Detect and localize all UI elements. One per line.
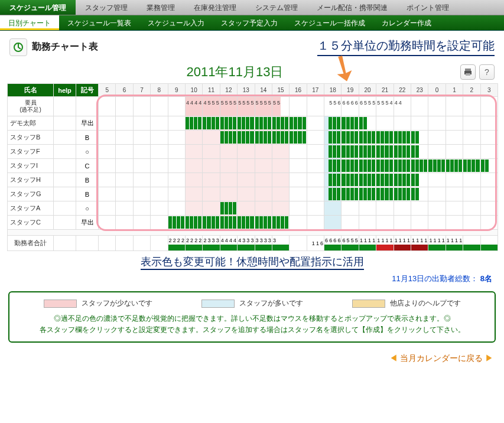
slot-cell[interactable]: [480, 145, 498, 159]
slot-cell[interactable]: [359, 116, 376, 131]
slot-cell[interactable]: [428, 173, 446, 187]
slot-cell[interactable]: [272, 187, 289, 201]
slot-cell[interactable]: [411, 116, 428, 131]
slot-cell[interactable]: [411, 187, 428, 201]
slot-cell[interactable]: [272, 116, 289, 131]
slot-cell[interactable]: [272, 159, 289, 173]
slot-cell[interactable]: [272, 145, 289, 159]
slot-cell[interactable]: [99, 216, 116, 230]
slot-cell[interactable]: [220, 131, 237, 145]
slot-cell[interactable]: [99, 187, 116, 201]
slot-cell[interactable]: [168, 131, 185, 145]
staff-row[interactable]: デモ太郎早出: [8, 116, 498, 131]
slot-cell[interactable]: [168, 145, 185, 159]
slot-cell[interactable]: [99, 159, 116, 173]
slot-cell[interactable]: [428, 145, 446, 159]
slot-cell[interactable]: [151, 201, 168, 216]
slot-cell[interactable]: [411, 159, 428, 173]
slot-cell[interactable]: [359, 187, 376, 201]
slot-cell[interactable]: [255, 216, 272, 230]
slot-cell[interactable]: [99, 173, 116, 187]
slot-cell[interactable]: [359, 159, 376, 173]
slot-cell[interactable]: [290, 187, 307, 201]
staff-row[interactable]: スタッフHB: [8, 173, 498, 187]
slot-cell[interactable]: [185, 173, 202, 187]
slot-cell[interactable]: [480, 159, 498, 173]
slot-cell[interactable]: [168, 116, 185, 131]
topnav-item[interactable]: スケジュール管理: [0, 0, 76, 15]
slot-cell[interactable]: [307, 187, 324, 201]
slot-cell[interactable]: [324, 145, 342, 159]
slot-cell[interactable]: [238, 187, 255, 201]
slot-cell[interactable]: [238, 159, 255, 173]
slot-cell[interactable]: [342, 145, 359, 159]
slot-cell[interactable]: [255, 187, 272, 201]
slot-cell[interactable]: [185, 116, 202, 131]
staff-row[interactable]: スタッフF○: [8, 145, 498, 159]
slot-cell[interactable]: [446, 173, 463, 187]
slot-cell[interactable]: [151, 116, 168, 131]
slot-cell[interactable]: [480, 131, 498, 145]
slot-cell[interactable]: [255, 173, 272, 187]
slot-cell[interactable]: [342, 159, 359, 173]
slot-cell[interactable]: [203, 173, 220, 187]
slot-cell[interactable]: [99, 116, 116, 131]
slot-cell[interactable]: [376, 159, 394, 173]
slot-cell[interactable]: [185, 201, 202, 216]
slot-cell[interactable]: [116, 116, 133, 131]
slot-cell[interactable]: [168, 216, 185, 230]
slot-cell[interactable]: [446, 187, 463, 201]
slot-cell[interactable]: [359, 131, 376, 145]
staff-row[interactable]: スタッフIC: [8, 159, 498, 173]
slot-cell[interactable]: [255, 116, 272, 131]
topnav-item[interactable]: スタッフ管理: [76, 0, 137, 15]
slot-cell[interactable]: [116, 216, 133, 230]
slot-cell[interactable]: [376, 131, 394, 145]
slot-cell[interactable]: [376, 201, 394, 216]
slot-cell[interactable]: [116, 131, 133, 145]
slot-cell[interactable]: [428, 201, 446, 216]
slot-cell[interactable]: [185, 131, 202, 145]
slot-cell[interactable]: [324, 216, 342, 230]
slot-cell[interactable]: [394, 216, 411, 230]
slot-cell[interactable]: [290, 201, 307, 216]
slot-cell[interactable]: [324, 201, 342, 216]
slot-cell[interactable]: [116, 173, 133, 187]
slot-cell[interactable]: [307, 201, 324, 216]
slot-cell[interactable]: [133, 173, 150, 187]
slot-cell[interactable]: [238, 145, 255, 159]
subnav-item[interactable]: スケジュール一括作成: [286, 15, 373, 30]
slot-cell[interactable]: [133, 116, 150, 131]
slot-cell[interactable]: [463, 173, 480, 187]
slot-cell[interactable]: [324, 116, 342, 131]
slot-cell[interactable]: [480, 187, 498, 201]
slot-cell[interactable]: [220, 145, 237, 159]
slot-cell[interactable]: [428, 216, 446, 230]
slot-cell[interactable]: [185, 216, 202, 230]
slot-cell[interactable]: [133, 159, 150, 173]
slot-cell[interactable]: [116, 159, 133, 173]
slot-cell[interactable]: [133, 201, 150, 216]
slot-cell[interactable]: [220, 116, 237, 131]
slot-cell[interactable]: [290, 131, 307, 145]
slot-cell[interactable]: [446, 116, 463, 131]
slot-cell[interactable]: [272, 173, 289, 187]
slot-cell[interactable]: [185, 187, 202, 201]
staff-row[interactable]: スタッフC早出: [8, 216, 498, 230]
slot-cell[interactable]: [307, 216, 324, 230]
topnav-item[interactable]: ポイント管理: [397, 0, 459, 15]
slot-cell[interactable]: [272, 131, 289, 145]
slot-cell[interactable]: [307, 159, 324, 173]
slot-cell[interactable]: [203, 201, 220, 216]
slot-cell[interactable]: [463, 131, 480, 145]
topnav-item[interactable]: 在庫発注管理: [184, 0, 246, 15]
slot-cell[interactable]: [307, 116, 324, 131]
slot-cell[interactable]: [99, 201, 116, 216]
slot-cell[interactable]: [324, 159, 342, 173]
slot-cell[interactable]: [133, 187, 150, 201]
staff-row[interactable]: スタッフBB: [8, 131, 498, 145]
slot-cell[interactable]: [342, 131, 359, 145]
slot-cell[interactable]: [480, 201, 498, 216]
slot-cell[interactable]: [255, 145, 272, 159]
slot-cell[interactable]: [324, 131, 342, 145]
